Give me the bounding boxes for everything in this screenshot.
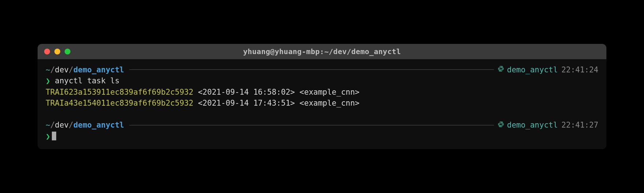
window-title: yhuang@yhuang-mbp:~/dev/demo_anyctl xyxy=(43,47,601,56)
command-text: anyctl task ls xyxy=(50,76,120,85)
prompt-symbol: ❯ xyxy=(46,132,50,141)
python-icon xyxy=(498,65,504,75)
timestamp: 22:41:27 xyxy=(561,120,598,130)
prompt-rule xyxy=(129,69,494,70)
terminal-window: yhuang@yhuang-mbp:~/dev/demo_anyctl ~ / … xyxy=(38,44,606,150)
python-icon xyxy=(498,121,504,130)
terminal-body[interactable]: ~ / dev / demo_anyctl demo_anyctl 22:41:… xyxy=(38,59,606,150)
prompt-rule xyxy=(129,125,494,125)
output-block: TRAI623a153911ec839af6f69b2c5932 <2021-0… xyxy=(46,87,598,109)
prompt-sep: / xyxy=(50,64,55,75)
timestamp: 22:41:24 xyxy=(561,64,598,75)
command-line: ❯ anyctl task ls xyxy=(46,75,598,86)
close-icon[interactable] xyxy=(44,49,50,54)
prompt-line: ~ / dev / demo_anyctl demo_anyctl 22:41:… xyxy=(46,120,598,130)
cursor xyxy=(52,132,56,140)
prompt-sep: / xyxy=(50,120,55,130)
traffic-lights xyxy=(44,49,70,54)
task-id: TRAIa43e154011ec839af6f69b2c5932 xyxy=(46,99,193,107)
task-meta: <2021-09-14 17:43:51> <example_cnn> xyxy=(193,99,360,107)
minimize-icon[interactable] xyxy=(54,49,60,54)
prompt-parent: dev xyxy=(55,120,69,130)
prompt-symbol: ❯ xyxy=(46,76,50,85)
task-id: TRAI623a153911ec839af6f69b2c5932 xyxy=(46,88,193,96)
prompt-parent: dev xyxy=(55,64,69,75)
env-name: demo_anyctl xyxy=(507,64,558,75)
prompt-sep: / xyxy=(69,64,73,75)
spacer xyxy=(46,109,598,120)
task-meta: <2021-09-14 16:58:02> <example_cnn> xyxy=(193,88,360,96)
maximize-icon[interactable] xyxy=(65,49,70,54)
prompt-line: ~ / dev / demo_anyctl demo_anyctl 22:41:… xyxy=(46,64,598,75)
prompt-tilde: ~ xyxy=(46,64,50,75)
titlebar: yhuang@yhuang-mbp:~/dev/demo_anyctl xyxy=(38,44,606,59)
prompt-tilde: ~ xyxy=(46,120,50,130)
command-line: ❯ xyxy=(46,131,598,142)
prompt-dir: demo_anyctl xyxy=(73,120,124,130)
prompt-sep: / xyxy=(69,120,73,130)
output-line: TRAIa43e154011ec839af6f69b2c5932 <2021-0… xyxy=(46,98,598,109)
env-name: demo_anyctl xyxy=(507,120,558,130)
prompt-dir: demo_anyctl xyxy=(73,64,124,75)
output-line: TRAI623a153911ec839af6f69b2c5932 <2021-0… xyxy=(46,87,598,98)
